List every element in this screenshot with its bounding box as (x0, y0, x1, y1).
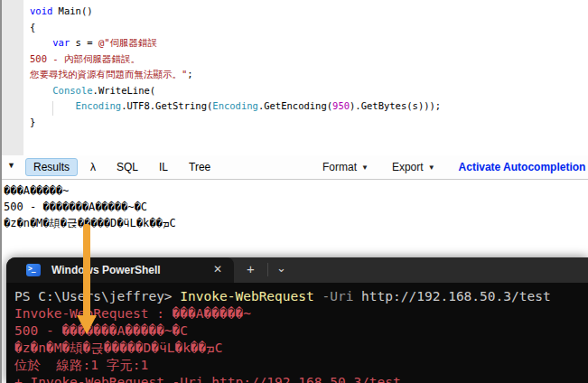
text-line: } (30, 115, 441, 131)
text-line: ���A�����~ (4, 182, 176, 199)
tab-results[interactable]: Results (25, 158, 78, 176)
text-line: + Invoke-WebRequest -Uri http://192.168.… (14, 374, 551, 383)
chevron-down-icon: ▼ (428, 163, 435, 172)
collapse-panel-icon[interactable]: ▼ (7, 161, 15, 170)
text-line: Encoding.UTF8.GetString(Encoding.GetEnco… (30, 98, 441, 115)
results-tabs: ResultsλSQLILTree (25, 157, 223, 177)
results-toolbar: ▼ ResultsλSQLILTree Format▼ Export▼ Acti… (0, 155, 588, 179)
export-dropdown[interactable]: Export▼ (392, 161, 435, 173)
results-output: ���A�����~500 - �������A�����~�C�z�n�M�䪺… (4, 182, 176, 231)
format-dropdown[interactable]: Format▼ (322, 161, 369, 173)
export-label: Export (392, 161, 424, 173)
text-line: Console.WriteLine( (30, 83, 441, 99)
new-tab-button[interactable]: + (247, 261, 255, 276)
terminal-output: PS C:\Users\jeffrey> Invoke-WebRequest -… (14, 288, 551, 383)
terminal-tab-powershell[interactable]: >_ Windows PowerShell ✕ (6, 257, 234, 283)
tab-tree[interactable]: Tree (181, 158, 219, 176)
editor-gutter (2, 0, 23, 155)
text-line: { (30, 20, 441, 36)
activate-autocompletion-link[interactable]: Activate Autocompletion (459, 161, 586, 173)
text-line: PS C:\Users\jeffrey> Invoke-WebRequest -… (14, 288, 551, 305)
text-line: void Main() (30, 4, 441, 20)
text-line: �z�n�M�䪺�귽�����D�ӵL�k��ܡC (14, 340, 551, 357)
text-line: 您要尋找的資源有問題而無法顯示。"; (30, 67, 441, 83)
text-line: 位於 線路:1 字元:1 (14, 357, 551, 374)
tab-dropdown-icon[interactable]: ⌄ (276, 261, 286, 275)
code-lines: void Main(){ var s = @"伺服器錯誤500 - 內部伺服器錯… (30, 4, 441, 130)
arrow-head-icon (77, 315, 97, 334)
terminal-tab-title: Windows PowerShell (51, 264, 161, 276)
text-line: 500 - 內部伺服器錯誤。 (30, 51, 441, 68)
arrow-shaft (83, 224, 90, 316)
text-line: 500 - �������A�����~�C (4, 199, 176, 215)
window-left-border (0, 0, 2, 383)
chevron-down-icon: ▼ (361, 163, 369, 172)
tab-sql[interactable]: SQL (108, 158, 146, 176)
tab-il[interactable]: IL (151, 158, 176, 176)
indent-guide (52, 101, 53, 116)
powershell-icon: >_ (26, 264, 41, 276)
code-editor[interactable]: void Main(){ var s = @"伺服器錯誤500 - 內部伺服器錯… (0, 0, 588, 156)
tab-λ[interactable]: λ (82, 158, 104, 176)
toolbar-right: Format▼ Export▼ Activate Autocompletion (322, 161, 585, 173)
terminal-titlebar: >_ Windows PowerShell ✕ + ⌄ (6, 257, 588, 283)
text-line: var s = @"伺服器錯誤 (30, 35, 441, 51)
titlebar-divider (267, 263, 268, 276)
close-tab-icon[interactable]: ✕ (213, 263, 222, 276)
format-label: Format (322, 161, 357, 173)
